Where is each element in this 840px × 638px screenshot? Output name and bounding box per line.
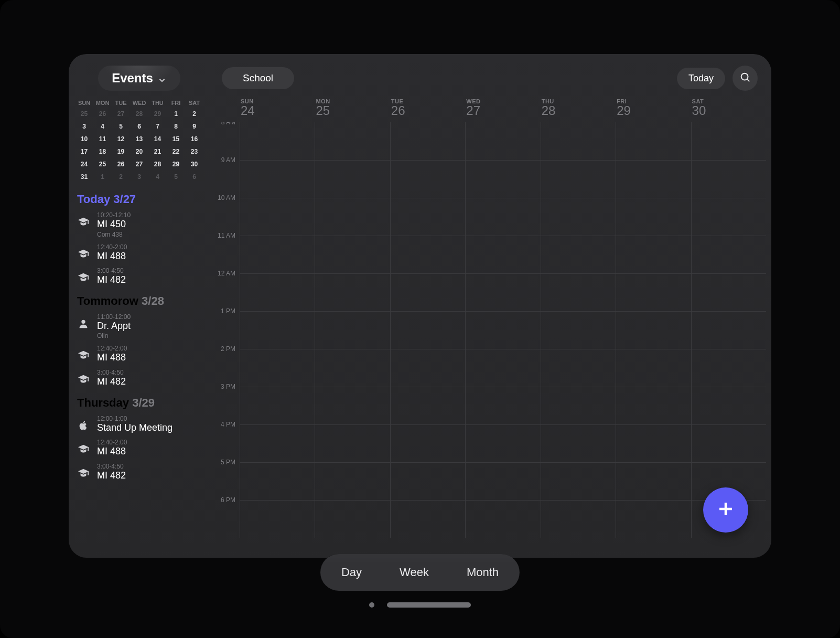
week-day-header[interactable]: TUE26 <box>390 98 465 122</box>
mini-day[interactable]: 26 <box>93 108 112 120</box>
time-slot[interactable] <box>691 273 766 311</box>
mini-day[interactable]: 25 <box>75 108 93 120</box>
mini-day[interactable]: 2 <box>185 108 203 120</box>
time-slot[interactable] <box>465 198 540 236</box>
time-slot[interactable] <box>390 122 465 160</box>
time-slot[interactable] <box>465 462 540 500</box>
time-slot[interactable] <box>541 198 616 236</box>
week-day-header[interactable]: MON25 <box>315 98 390 122</box>
view-switch[interactable]: DayWeekMonth <box>320 554 520 591</box>
events-dropdown[interactable]: Events <box>98 66 180 91</box>
time-slot[interactable] <box>390 273 465 311</box>
mini-day[interactable]: 12 <box>112 133 130 145</box>
mini-day[interactable]: 23 <box>185 145 203 158</box>
time-slot[interactable] <box>691 236 766 273</box>
mini-day[interactable]: 31 <box>75 171 93 183</box>
agenda-list[interactable]: Today 3/2710:20-12:10MI 450Com 43812:40-… <box>69 187 210 558</box>
time-slot[interactable] <box>315 500 390 538</box>
mini-day[interactable]: 13 <box>130 133 148 145</box>
time-slot[interactable] <box>541 122 616 160</box>
time-slot[interactable] <box>465 236 540 273</box>
mini-day[interactable]: 29 <box>167 158 185 171</box>
mini-day[interactable]: 29 <box>148 108 167 120</box>
time-slot[interactable] <box>616 198 691 236</box>
today-button[interactable]: Today <box>677 68 725 89</box>
calendar-filter-chip[interactable]: School <box>222 67 294 89</box>
time-slot[interactable] <box>390 236 465 273</box>
time-slot[interactable] <box>465 122 540 160</box>
view-option-month[interactable]: Month <box>449 557 516 588</box>
mini-day[interactable]: 15 <box>167 133 185 145</box>
mini-day[interactable]: 27 <box>112 108 130 120</box>
time-slot[interactable] <box>465 387 540 424</box>
search-button[interactable] <box>733 66 758 91</box>
time-slot[interactable] <box>616 273 691 311</box>
mini-day[interactable]: 5 <box>167 171 185 183</box>
mini-day[interactable]: 17 <box>75 145 93 158</box>
time-slot[interactable] <box>541 462 616 500</box>
add-event-button[interactable] <box>703 487 748 533</box>
mini-day[interactable]: 16 <box>185 133 203 145</box>
time-slot[interactable] <box>691 122 766 160</box>
mini-day[interactable]: 9 <box>185 120 203 133</box>
time-slot[interactable] <box>691 198 766 236</box>
mini-day[interactable]: 3 <box>130 171 148 183</box>
mini-day[interactable]: 18 <box>93 145 112 158</box>
time-slot[interactable] <box>691 160 766 198</box>
mini-day[interactable]: 30 <box>185 158 203 171</box>
mini-day[interactable]: 7 <box>148 120 167 133</box>
time-slot[interactable] <box>616 122 691 160</box>
time-slot[interactable] <box>616 311 691 349</box>
time-slot[interactable] <box>390 160 465 198</box>
agenda-event[interactable]: 3:00-4:50MI 482 <box>77 461 201 485</box>
time-slot[interactable] <box>390 387 465 424</box>
time-slot[interactable] <box>616 349 691 387</box>
time-slot[interactable] <box>465 500 540 538</box>
time-slot[interactable] <box>541 236 616 273</box>
time-slot[interactable] <box>541 311 616 349</box>
mini-day[interactable]: 28 <box>130 108 148 120</box>
time-slot[interactable] <box>240 462 315 500</box>
mini-day[interactable]: 25 <box>93 158 112 171</box>
agenda-event[interactable]: 11:00-12:00Dr. ApptOlin <box>77 311 201 343</box>
mini-day[interactable]: 2 <box>112 171 130 183</box>
time-slot[interactable] <box>465 273 540 311</box>
view-option-day[interactable]: Day <box>324 557 380 588</box>
mini-day[interactable]: 20 <box>130 145 148 158</box>
time-slot[interactable] <box>315 311 390 349</box>
mini-day[interactable]: 26 <box>112 158 130 171</box>
time-slot[interactable] <box>240 500 315 538</box>
time-slot[interactable] <box>465 160 540 198</box>
mini-day[interactable]: 24 <box>75 158 93 171</box>
agenda-event[interactable]: 12:40-2:00MI 488 <box>77 241 201 265</box>
time-slot[interactable] <box>240 122 315 160</box>
agenda-event[interactable]: 3:00-4:50MI 482 <box>77 265 201 289</box>
week-day-header[interactable]: FRI29 <box>616 98 691 122</box>
time-slot[interactable] <box>390 349 465 387</box>
week-day-header[interactable]: SUN24 <box>240 98 315 122</box>
time-slot[interactable] <box>315 387 390 424</box>
time-slot[interactable] <box>240 349 315 387</box>
time-slot[interactable] <box>315 122 390 160</box>
mini-day[interactable]: 19 <box>112 145 130 158</box>
time-slot[interactable] <box>616 236 691 273</box>
time-slot[interactable] <box>315 462 390 500</box>
mini-day[interactable]: 4 <box>93 120 112 133</box>
time-slot[interactable] <box>691 349 766 387</box>
time-slot[interactable] <box>240 198 315 236</box>
time-slot[interactable] <box>390 462 465 500</box>
time-slot[interactable] <box>240 160 315 198</box>
mini-day[interactable]: 4 <box>148 171 167 183</box>
mini-day[interactable]: 3 <box>75 120 93 133</box>
time-slot[interactable] <box>616 160 691 198</box>
time-slot[interactable] <box>541 349 616 387</box>
time-slot[interactable] <box>240 236 315 273</box>
mini-day[interactable]: 21 <box>148 145 167 158</box>
mini-day[interactable]: 10 <box>75 133 93 145</box>
time-slot[interactable] <box>691 424 766 462</box>
mini-day[interactable]: 1 <box>167 108 185 120</box>
time-slot[interactable] <box>390 198 465 236</box>
time-slot[interactable] <box>315 349 390 387</box>
view-option-week[interactable]: Week <box>382 557 447 588</box>
time-slot[interactable] <box>541 160 616 198</box>
